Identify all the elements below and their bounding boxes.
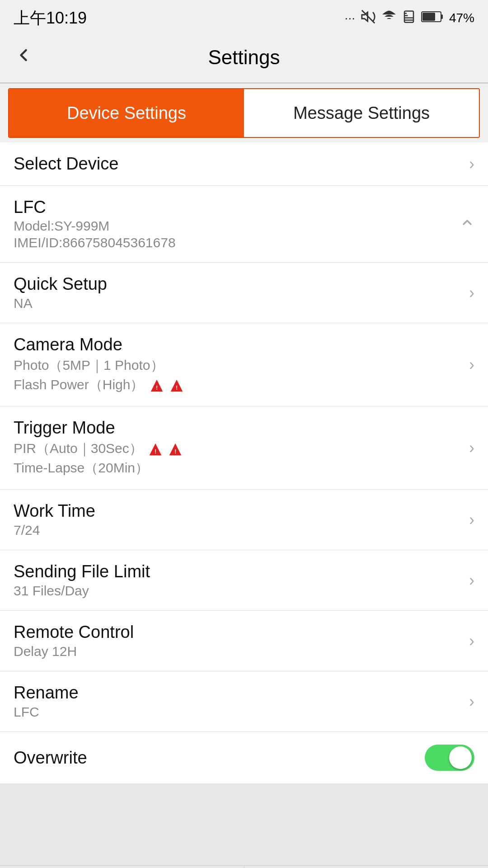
trigger-mode-left: Trigger Mode PIR（Auto｜30Sec） ! ! Time-La… bbox=[14, 418, 462, 477]
remote-control-title: Remote Control bbox=[14, 623, 462, 642]
lfc-device-left: LFC Model:SY-999M IMEI/ID:86675804536167… bbox=[14, 198, 176, 250]
work-time-left: Work Time 7/24 bbox=[14, 501, 462, 538]
chevron-right-icon: › bbox=[469, 155, 474, 174]
header-separator bbox=[0, 82, 488, 84]
header: Settings bbox=[0, 33, 488, 82]
trigger-mode-subtitle: PIR（Auto｜30Sec） ! ! bbox=[14, 439, 462, 458]
status-time: 上午10:19 bbox=[14, 7, 87, 29]
content-area: Select Device › LFC Model:SY-999M IMEI/I… bbox=[0, 142, 488, 865]
warning-icon-3: ! bbox=[148, 442, 163, 457]
chevron-right-icon-wt: › bbox=[469, 510, 474, 529]
svg-rect-7 bbox=[441, 14, 443, 19]
camera-mode-title: Camera Mode bbox=[14, 335, 462, 354]
warning-icon-4: ! bbox=[168, 442, 183, 457]
chevron-right-icon-rc: › bbox=[469, 632, 474, 651]
warning-icon-1: ! bbox=[150, 378, 164, 393]
apply-to-device-button[interactable]: Apply To Device bbox=[0, 866, 244, 868]
sending-file-limit-subtitle: 31 Files/Day bbox=[14, 583, 462, 599]
mute-icon bbox=[361, 9, 376, 28]
work-time-row[interactable]: Work Time 7/24 › bbox=[0, 490, 488, 550]
lfc-device-model: Model:SY-999M bbox=[14, 218, 176, 234]
camera-mode-row[interactable]: Camera Mode Photo（5MP｜1 Photo） Flash Pow… bbox=[0, 323, 488, 406]
wifi-icon bbox=[381, 9, 397, 28]
tab-bar: Device Settings Message Settings bbox=[8, 88, 480, 138]
lfc-device-row[interactable]: LFC Model:SY-999M IMEI/ID:86675804536167… bbox=[0, 186, 488, 263]
camera-mode-subtitle2: Flash Power（High） ! ! bbox=[14, 376, 462, 394]
overwrite-label: Overwrite bbox=[14, 748, 87, 768]
sending-file-limit-left: Sending File Limit 31 Files/Day bbox=[14, 562, 462, 599]
select-device-title: Select Device bbox=[14, 154, 462, 174]
tab-device-settings[interactable]: Device Settings bbox=[9, 89, 244, 137]
toggle-knob bbox=[449, 746, 472, 769]
chevron-up-icon bbox=[460, 215, 474, 234]
chevron-right-icon-qs: › bbox=[469, 283, 474, 302]
page-title: Settings bbox=[41, 46, 447, 69]
battery-percent: 47% bbox=[449, 11, 474, 25]
svg-text:!: ! bbox=[156, 384, 158, 391]
trigger-mode-title: Trigger Mode bbox=[14, 418, 462, 438]
work-time-subtitle: 7/24 bbox=[14, 523, 462, 538]
overwrite-row: Overwrite bbox=[0, 732, 488, 784]
bottom-bar: Apply To Device Save To Quick Setup bbox=[0, 865, 488, 868]
svg-rect-8 bbox=[422, 13, 435, 21]
camera-mode-subtitle: Photo（5MP｜1 Photo） bbox=[14, 356, 462, 375]
chevron-right-icon-cm: › bbox=[469, 355, 474, 374]
save-to-quick-setup-button[interactable]: Save To Quick Setup bbox=[244, 866, 488, 868]
battery-icon bbox=[421, 10, 444, 26]
content-spacer bbox=[0, 784, 488, 865]
remote-control-left: Remote Control Delay 12H bbox=[14, 623, 462, 659]
lfc-device-title: LFC bbox=[14, 198, 176, 217]
status-icons: ··· bbox=[345, 9, 474, 28]
lfc-device-imei: IMEI/ID:866758045361678 bbox=[14, 235, 176, 250]
chevron-right-icon-sfl: › bbox=[469, 571, 474, 590]
sending-file-limit-title: Sending File Limit bbox=[14, 562, 462, 581]
trigger-mode-row[interactable]: Trigger Mode PIR（Auto｜30Sec） ! ! Time-La… bbox=[0, 406, 488, 490]
remote-control-subtitle: Delay 12H bbox=[14, 644, 462, 659]
tab-message-settings[interactable]: Message Settings bbox=[244, 89, 479, 137]
work-time-title: Work Time bbox=[14, 501, 462, 521]
signal-dots-icon: ··· bbox=[345, 11, 355, 25]
select-device-left: Select Device bbox=[14, 154, 462, 174]
overwrite-toggle[interactable] bbox=[425, 745, 474, 771]
warning-icon-2: ! bbox=[169, 378, 184, 393]
back-button[interactable] bbox=[14, 45, 41, 70]
quick-setup-title: Quick Setup bbox=[14, 274, 462, 294]
svg-text:!: ! bbox=[176, 384, 178, 391]
chevron-right-icon-rn: › bbox=[469, 692, 474, 711]
rename-left: Rename LFC bbox=[14, 683, 462, 720]
remote-control-row[interactable]: Remote Control Delay 12H › bbox=[0, 611, 488, 671]
chevron-right-icon-tm: › bbox=[469, 439, 474, 458]
status-bar: 上午10:19 ··· bbox=[0, 0, 488, 33]
quick-setup-left: Quick Setup NA bbox=[14, 274, 462, 311]
rename-title: Rename bbox=[14, 683, 462, 703]
svg-text:!: ! bbox=[174, 448, 176, 455]
select-device-row[interactable]: Select Device › bbox=[0, 142, 488, 186]
camera-mode-left: Camera Mode Photo（5MP｜1 Photo） Flash Pow… bbox=[14, 335, 462, 394]
rename-subtitle: LFC bbox=[14, 704, 462, 720]
quick-setup-subtitle: NA bbox=[14, 296, 462, 311]
sim-icon bbox=[402, 10, 416, 27]
trigger-mode-subtitle2: Time-Lapse（20Min） bbox=[14, 459, 462, 477]
svg-text:!: ! bbox=[155, 448, 156, 455]
sending-file-limit-row[interactable]: Sending File Limit 31 Files/Day › bbox=[0, 550, 488, 611]
rename-row[interactable]: Rename LFC › bbox=[0, 671, 488, 732]
quick-setup-row[interactable]: Quick Setup NA › bbox=[0, 263, 488, 323]
